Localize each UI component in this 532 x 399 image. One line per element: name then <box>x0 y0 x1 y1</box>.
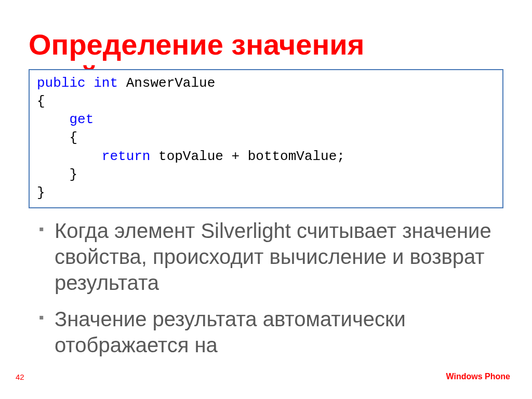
list-item: Значение результата автоматически отобра… <box>39 306 503 358</box>
code-line-3: get <box>37 111 495 129</box>
keyword-get: get <box>69 112 94 127</box>
keyword-int: int <box>94 75 118 91</box>
code-line-7: } <box>37 184 495 202</box>
code-indent <box>37 112 69 127</box>
code-line-2: { <box>37 92 495 111</box>
list-item: Когда элемент Silverlight считывает знач… <box>39 218 503 296</box>
code-text: AnswerValue <box>118 75 215 91</box>
keyword-return: return <box>102 149 151 164</box>
code-text <box>86 75 94 91</box>
code-line-6: } <box>37 166 495 184</box>
page-number: 42 <box>16 373 24 381</box>
bullet-list: Когда элемент Silverlight считывает знач… <box>0 218 532 358</box>
code-line-5: return topValue + bottomValue; <box>37 148 495 166</box>
footer-brand: Windows Phone <box>446 372 510 381</box>
code-indent <box>37 149 102 164</box>
keyword-public: public <box>37 75 86 91</box>
code-block: public int AnswerValue { get { return to… <box>29 69 503 208</box>
code-line-4: { <box>37 129 495 147</box>
code-text: topValue + bottomValue; <box>150 149 344 164</box>
code-line-1: public int AnswerValue <box>37 74 495 92</box>
